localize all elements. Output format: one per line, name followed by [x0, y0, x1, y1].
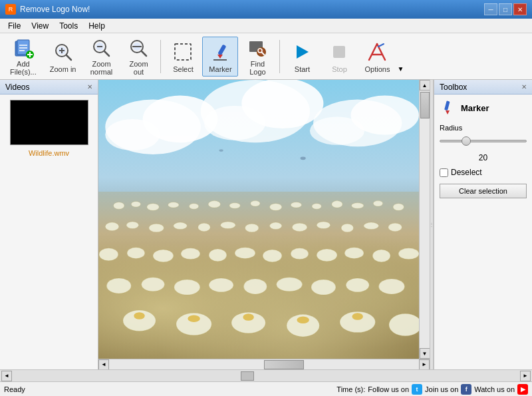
slider-thumb[interactable] — [462, 136, 471, 146]
svg-point-88 — [106, 278, 131, 293]
maximize-button[interactable]: □ — [499, 3, 512, 15]
svg-point-84 — [317, 248, 337, 261]
svg-point-48 — [114, 202, 124, 208]
horizontal-scrollbar[interactable]: ◄ ► — [98, 359, 430, 369]
deselect-label[interactable]: Deselect — [451, 168, 482, 177]
main-scroll-thumb[interactable] — [241, 371, 254, 381]
svg-marker-109 — [446, 110, 450, 114]
zoom-normal-button[interactable]: Zoom normal — [83, 37, 119, 77]
main-horizontal-scrollbar[interactable]: ◄ ► — [0, 369, 532, 381]
svg-point-51 — [168, 202, 179, 207]
facebook-icon[interactable]: f — [461, 384, 471, 395]
toolbox-marker-icon — [440, 100, 456, 116]
app-title: Remove Logo Now! — [20, 5, 484, 14]
close-button[interactable]: ✕ — [513, 3, 527, 15]
main-scroll-right[interactable]: ► — [520, 371, 531, 381]
svg-line-32 — [369, 44, 377, 60]
image-viewport[interactable]: ▲ ▼ — [98, 80, 430, 359]
svg-point-59 — [332, 200, 342, 207]
options-button[interactable]: Options — [358, 37, 396, 77]
find-logo-icon — [245, 37, 269, 59]
scroll-track-v[interactable] — [420, 91, 430, 348]
svg-point-75 — [388, 223, 402, 232]
zoom-normal-icon — [89, 37, 113, 59]
svg-point-81 — [235, 247, 255, 258]
video-filename[interactable]: Wildlife.wmv — [29, 149, 69, 157]
toolbar-dropdown[interactable]: ▼ — [397, 65, 404, 77]
add-files-button[interactable]: Add File(s)... — [4, 37, 43, 77]
svg-point-91 — [209, 278, 233, 292]
options-label: Options — [364, 65, 390, 73]
scroll-left-button[interactable]: ◄ — [98, 359, 109, 370]
scroll-thumb-h[interactable] — [264, 360, 304, 369]
status-bar: Ready Time (s): Follow us on t Join us o… — [0, 381, 532, 396]
svg-line-20 — [142, 51, 146, 56]
main-scroll-left[interactable]: ◄ — [1, 371, 12, 381]
menu-view[interactable]: View — [26, 20, 54, 32]
video-thumbnail[interactable] — [10, 100, 88, 145]
videos-panel-close[interactable]: ✕ — [87, 83, 92, 91]
svg-point-72 — [317, 222, 331, 228]
svg-point-105 — [243, 313, 253, 320]
select-button[interactable]: Select — [165, 37, 201, 77]
youtube-icon[interactable]: ▶ — [517, 384, 528, 395]
svg-marker-30 — [297, 45, 309, 59]
svg-point-52 — [189, 203, 198, 208]
toolbar-separator-1 — [160, 40, 161, 73]
svg-point-103 — [134, 312, 144, 319]
image-area: ▲ ▼ ◄ ► — [98, 80, 430, 369]
join-label: Join us on — [425, 385, 458, 393]
marker-label: Marker — [209, 65, 231, 73]
videos-panel-header: Videos ✕ — [0, 80, 98, 95]
zoom-out-button[interactable]: Zoom out — [120, 37, 156, 77]
stop-label: Stop — [332, 65, 347, 73]
zoom-normal-label2: normal — [90, 68, 113, 76]
svg-point-45 — [301, 156, 306, 160]
scroll-track-h[interactable] — [109, 359, 419, 369]
select-label: Select — [173, 65, 194, 73]
find-logo-button[interactable]: Find Logo — [239, 37, 275, 77]
menu-help[interactable]: Help — [83, 20, 110, 32]
svg-point-60 — [351, 202, 363, 208]
menu-tools[interactable]: Tools — [54, 20, 83, 32]
stop-icon — [327, 40, 351, 64]
svg-point-53 — [208, 200, 220, 207]
zoom-in-button[interactable]: Zoom in — [44, 37, 82, 77]
scroll-thumb-v[interactable] — [420, 92, 430, 118]
stop-button[interactable]: Stop — [321, 37, 357, 77]
scroll-right-button[interactable]: ► — [419, 359, 430, 370]
marker-button[interactable]: Marker — [202, 37, 238, 77]
add-files-label: Add — [17, 60, 30, 68]
svg-point-104 — [188, 315, 200, 321]
scroll-up-button[interactable]: ▲ — [420, 80, 430, 91]
svg-point-56 — [269, 203, 281, 210]
svg-rect-108 — [444, 100, 450, 110]
twitter-icon[interactable]: t — [412, 384, 422, 395]
minimize-button[interactable]: ─ — [484, 3, 497, 15]
svg-point-80 — [209, 248, 227, 261]
zoom-out-label2: out — [134, 68, 144, 76]
start-button[interactable]: Start — [284, 37, 320, 77]
slider-track — [440, 140, 527, 142]
scroll-down-button[interactable]: ▼ — [420, 348, 430, 359]
find-logo-label: Find — [251, 60, 265, 68]
svg-point-67 — [198, 223, 210, 232]
svg-point-65 — [149, 224, 164, 232]
toolbox-radius-slider[interactable] — [440, 134, 527, 148]
add-files-icon — [11, 37, 35, 59]
vertical-scrollbar[interactable]: ▲ ▼ — [419, 80, 430, 359]
toolbox-header: Toolbox ✕ — [434, 80, 532, 95]
deselect-checkbox[interactable] — [440, 168, 448, 177]
toolbox-tool-header: Marker — [440, 100, 527, 116]
svg-point-73 — [341, 224, 353, 232]
svg-point-94 — [311, 280, 336, 295]
svg-point-92 — [243, 279, 267, 294]
svg-point-93 — [277, 277, 303, 291]
toolbar: Add File(s)... Zoom in Zoom normal — [0, 33, 532, 80]
svg-marker-23 — [217, 55, 223, 59]
add-files-label2: File(s)... — [10, 68, 37, 76]
menu-file[interactable]: File — [3, 20, 26, 32]
toolbox-close[interactable]: ✕ — [521, 83, 527, 91]
svg-point-77 — [127, 247, 145, 258]
clear-selection-button[interactable]: Clear selection — [440, 184, 527, 198]
